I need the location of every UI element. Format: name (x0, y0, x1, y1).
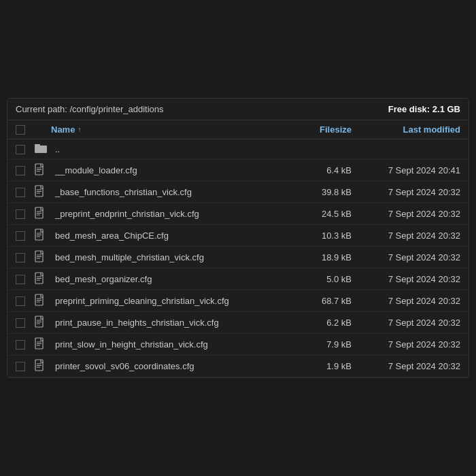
file-size: 10.3 kB (290, 231, 352, 241)
col-name-label[interactable]: Name ↑ (51, 124, 290, 135)
row-checkbox-col (16, 362, 35, 371)
free-disk-label: Free disk: (388, 104, 430, 114)
table-row[interactable]: __module_loader.cfg6.4 kB7 Sept 2024 20:… (7, 160, 469, 182)
row-checkbox[interactable] (16, 188, 25, 197)
table-row[interactable]: preprint_priming_cleaning_christian_vick… (7, 290, 469, 312)
row-checkbox-col (16, 318, 35, 328)
table-row[interactable]: _base_functions_christian_vick.cfg39.8 k… (7, 182, 469, 203)
file-modified: 7 Sept 2024 20:32 (352, 209, 460, 219)
file-icon-svg (35, 207, 46, 219)
row-checkbox[interactable] (16, 145, 25, 154)
file-name[interactable]: print_pause_in_heights_christian_vick.cf… (51, 318, 219, 328)
file-icon (35, 272, 51, 286)
file-name[interactable]: print_slow_in_height_christian_vick.cfg (51, 339, 208, 350)
row-checkbox[interactable] (16, 318, 25, 328)
file-name[interactable]: preprint_priming_cleaning_christian_vick… (51, 296, 229, 306)
file-icon (35, 294, 51, 308)
row-checkbox-col (16, 340, 35, 350)
free-disk-value: 2.1 GB (432, 104, 460, 114)
select-all-checkbox[interactable] (16, 125, 25, 135)
file-icon-svg (35, 272, 46, 284)
svg-rect-1 (35, 144, 40, 147)
file-icon-svg (35, 163, 46, 175)
file-icon-svg (35, 250, 46, 262)
table-row[interactable]: _preprint_endprint_christian_vick.cfg24.… (7, 203, 469, 225)
row-checkbox-col (16, 296, 35, 306)
folder-icon-svg (35, 143, 47, 154)
file-size: 18.9 kB (290, 252, 352, 262)
file-name[interactable]: bed_mesh_organizer.cfg (51, 274, 152, 284)
table-row[interactable]: bed_mesh_area_ChipCE.cfg10.3 kB7 Sept 20… (7, 225, 469, 247)
file-icon (35, 316, 51, 330)
file-size: 5.0 kB (290, 274, 352, 284)
current-path-label: Current path: (16, 104, 67, 114)
sort-arrow: ↑ (78, 126, 81, 133)
row-checkbox-col (16, 188, 35, 197)
file-size: 39.8 kB (290, 187, 352, 197)
row-checkbox[interactable] (16, 296, 25, 306)
header-name-col: Name ↑ (51, 124, 290, 135)
row-checkbox[interactable] (16, 166, 25, 175)
file-name[interactable]: bed_mesh_multiple_christian_vick.cfg (51, 252, 204, 262)
file-modified: 7 Sept 2024 20:32 (352, 361, 460, 371)
row-checkbox[interactable] (16, 362, 25, 371)
col-size-label[interactable]: Filesize (290, 124, 352, 135)
row-checkbox-col (16, 275, 35, 284)
file-modified: 7 Sept 2024 20:32 (352, 339, 460, 350)
file-icon-svg (35, 294, 46, 306)
file-size: 7.9 kB (290, 339, 352, 350)
file-list: .. __module_loader.cfg6.4 kB7 Sept 2024 … (7, 139, 469, 377)
table-row[interactable]: print_pause_in_heights_christian_vick.cf… (7, 312, 469, 334)
row-checkbox-col (16, 209, 35, 219)
file-size: 68.7 kB (290, 296, 352, 306)
file-size: 1.9 kB (290, 361, 352, 371)
file-modified: 7 Sept 2024 20:32 (352, 187, 460, 197)
row-checkbox[interactable] (16, 340, 25, 350)
file-icon-svg (35, 359, 46, 371)
file-icon (35, 228, 51, 243)
current-path-value: /config/printer_additions (70, 104, 164, 114)
table-row[interactable]: printer_sovol_sv06_coordinates.cfg1.9 kB… (7, 356, 469, 377)
file-size: 24.5 kB (290, 209, 352, 219)
file-name[interactable]: _base_functions_christian_vick.cfg (51, 187, 192, 197)
row-checkbox[interactable] (16, 253, 25, 262)
header-bar: Current path: /config/printer_additions … (7, 99, 469, 120)
file-modified: 7 Sept 2024 20:32 (352, 231, 460, 241)
file-modified: 7 Sept 2024 20:32 (352, 274, 460, 284)
file-icon (35, 337, 51, 352)
file-name[interactable]: _preprint_endprint_christian_vick.cfg (51, 209, 199, 219)
file-icon-svg (35, 337, 46, 350)
file-name[interactable]: __module_loader.cfg (51, 165, 137, 175)
file-browser: Current path: /config/printer_additions … (7, 98, 469, 378)
table-header: Name ↑ Filesize Last modified (7, 120, 469, 139)
header-checkbox-col (16, 125, 35, 135)
parent-directory[interactable]: .. (51, 144, 60, 154)
row-checkbox-col (16, 145, 35, 154)
file-icon (35, 163, 51, 177)
file-icon-svg (35, 185, 46, 197)
file-icon (35, 359, 51, 373)
row-checkbox[interactable] (16, 209, 25, 219)
current-path: Current path: /config/printer_additions (16, 104, 164, 114)
row-checkbox-col (16, 231, 35, 241)
file-modified: 7 Sept 2024 20:32 (352, 318, 460, 328)
col-modified-label[interactable]: Last modified (352, 124, 460, 135)
free-disk: Free disk: 2.1 GB (388, 104, 460, 114)
file-size: 6.2 kB (290, 318, 352, 328)
file-name[interactable]: printer_sovol_sv06_coordinates.cfg (51, 361, 194, 371)
file-modified: 7 Sept 2024 20:32 (352, 296, 460, 306)
row-checkbox[interactable] (16, 231, 25, 241)
file-icon (35, 207, 51, 221)
table-row[interactable]: bed_mesh_multiple_christian_vick.cfg18.9… (7, 247, 469, 269)
folder-icon (35, 143, 51, 156)
file-icon-svg (35, 316, 46, 328)
table-row[interactable]: bed_mesh_organizer.cfg5.0 kB7 Sept 2024 … (7, 269, 469, 290)
row-checkbox[interactable] (16, 275, 25, 284)
row-checkbox-col (16, 253, 35, 262)
file-icon (35, 185, 51, 199)
table-row[interactable]: .. (7, 139, 469, 160)
file-name[interactable]: bed_mesh_area_ChipCE.cfg (51, 231, 169, 241)
file-icon (35, 250, 51, 265)
file-icon-svg (35, 228, 46, 241)
table-row[interactable]: print_slow_in_height_christian_vick.cfg7… (7, 334, 469, 356)
